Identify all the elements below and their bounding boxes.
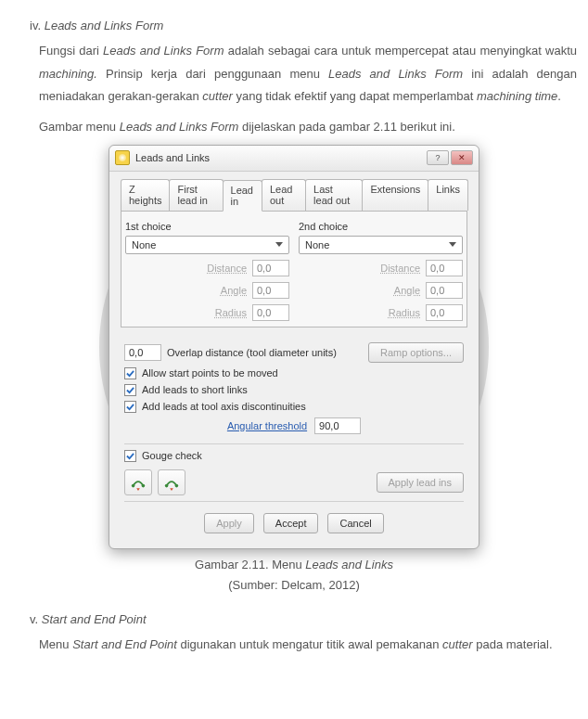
svg-point-5 bbox=[175, 484, 179, 488]
second-choice-combo[interactable]: None bbox=[299, 236, 463, 254]
title-v: Start and End Point bbox=[42, 612, 147, 626]
apply-button[interactable]: Apply bbox=[204, 513, 254, 533]
title-iv: Leads and Links Form bbox=[45, 19, 164, 32]
titlebar[interactable]: Leads and Links ? ✕ bbox=[109, 146, 479, 172]
tab-strip: Z heights First lead in Lead in Lead out… bbox=[121, 179, 467, 212]
first-angle-label: Angle bbox=[221, 285, 247, 296]
cancel-button[interactable]: Cancel bbox=[327, 513, 383, 533]
allow-start-points-checkbox[interactable] bbox=[124, 367, 136, 379]
gouge-check-label: Gouge check bbox=[142, 450, 202, 461]
tab-lead-in[interactable]: Lead in bbox=[223, 180, 262, 212]
check-icon bbox=[126, 452, 134, 460]
gouge-check-checkbox[interactable] bbox=[124, 450, 136, 462]
accept-button[interactable]: Accept bbox=[263, 513, 319, 533]
section-iv-heading: iv. Leads and Links Form bbox=[30, 19, 577, 32]
paragraph-iv-2: Gambar menu Leads and Links Form dijelas… bbox=[39, 116, 577, 139]
second-choice-heading: 2nd choice bbox=[299, 221, 463, 232]
roman-v: v. bbox=[30, 612, 38, 626]
dialog-title: Leads and Links bbox=[135, 152, 427, 163]
tab-extensions[interactable]: Extensions bbox=[362, 179, 428, 211]
first-distance-input[interactable]: 0,0 bbox=[252, 260, 289, 276]
tab-links[interactable]: Links bbox=[428, 179, 468, 211]
section-v-heading: v. Start and End Point bbox=[30, 612, 577, 626]
leads-links-dialog: Leads and Links ? ✕ Z heights First lead… bbox=[109, 145, 479, 549]
second-radius-label: Radius bbox=[389, 307, 420, 318]
first-choice-combo[interactable]: None bbox=[125, 236, 289, 254]
chevron-down-icon bbox=[275, 242, 283, 247]
first-angle-input[interactable]: 0,0 bbox=[252, 282, 289, 299]
first-radius-input[interactable]: 0,0 bbox=[252, 304, 289, 321]
add-leads-short-checkbox[interactable] bbox=[124, 384, 136, 396]
second-distance-label: Distance bbox=[380, 263, 420, 274]
ramp-options-button[interactable]: Ramp options... bbox=[368, 342, 464, 363]
tab-z-heights[interactable]: Z heights bbox=[121, 179, 170, 211]
first-choice-heading: 1st choice bbox=[125, 221, 289, 232]
dialog-icon bbox=[115, 150, 130, 165]
svg-point-2 bbox=[132, 484, 135, 488]
copy-leads-icon bbox=[163, 474, 180, 491]
copy-leads-icon bbox=[130, 474, 147, 491]
tab-last-lead-out[interactable]: Last lead out bbox=[305, 179, 363, 211]
allow-start-points-label: Allow start points to be moved bbox=[142, 367, 278, 379]
svg-point-4 bbox=[165, 484, 169, 488]
first-radius-label: Radius bbox=[215, 307, 247, 318]
check-icon bbox=[126, 369, 134, 378]
check-icon bbox=[126, 386, 134, 394]
overlap-label: Overlap distance (tool diameter units) bbox=[167, 347, 337, 358]
apply-lead-ins-button[interactable]: Apply lead ins bbox=[377, 472, 465, 493]
help-button[interactable]: ? bbox=[427, 150, 449, 165]
separator bbox=[124, 501, 464, 502]
separator bbox=[124, 443, 464, 444]
paragraph-iv-1: Fungsi dari Leads and Links Form adalah … bbox=[39, 40, 577, 109]
check-icon bbox=[126, 403, 134, 411]
roman-iv: iv. bbox=[30, 19, 41, 32]
overlap-input[interactable]: 0,0 bbox=[124, 344, 161, 361]
second-radius-input[interactable]: 0,0 bbox=[426, 304, 463, 321]
angular-threshold-link[interactable]: Angular threshold bbox=[227, 420, 307, 431]
first-choice-group: 1st choice None Distance 0,0 Angle 0,0 bbox=[125, 221, 289, 321]
second-angle-label: Angle bbox=[394, 285, 420, 296]
paragraph-v-1: Menu Start and End Point digunakan untuk… bbox=[39, 634, 577, 657]
second-distance-input[interactable]: 0,0 bbox=[426, 260, 463, 276]
close-button[interactable]: ✕ bbox=[451, 150, 473, 165]
second-angle-input[interactable]: 0,0 bbox=[426, 282, 463, 299]
add-leads-axis-checkbox[interactable] bbox=[124, 401, 136, 413]
add-leads-axis-label: Add leads at tool axis discontinuities bbox=[142, 401, 306, 412]
copy-left-button[interactable] bbox=[124, 469, 152, 495]
angular-threshold-input[interactable]: 90,0 bbox=[314, 417, 361, 434]
chevron-down-icon bbox=[449, 242, 456, 247]
figure-caption: Gambar 2.11. Menu Leads and Links (Sumbe… bbox=[11, 555, 577, 596]
first-distance-label: Distance bbox=[207, 263, 247, 274]
add-leads-short-label: Add leads to short links bbox=[142, 384, 248, 395]
tab-first-lead-in[interactable]: First lead in bbox=[169, 179, 223, 211]
tab-lead-out[interactable]: Lead out bbox=[262, 179, 306, 211]
copy-right-button[interactable] bbox=[158, 469, 185, 495]
second-choice-group: 2nd choice None Distance 0,0 Angle 0,0 bbox=[299, 221, 463, 321]
svg-point-3 bbox=[142, 484, 146, 488]
